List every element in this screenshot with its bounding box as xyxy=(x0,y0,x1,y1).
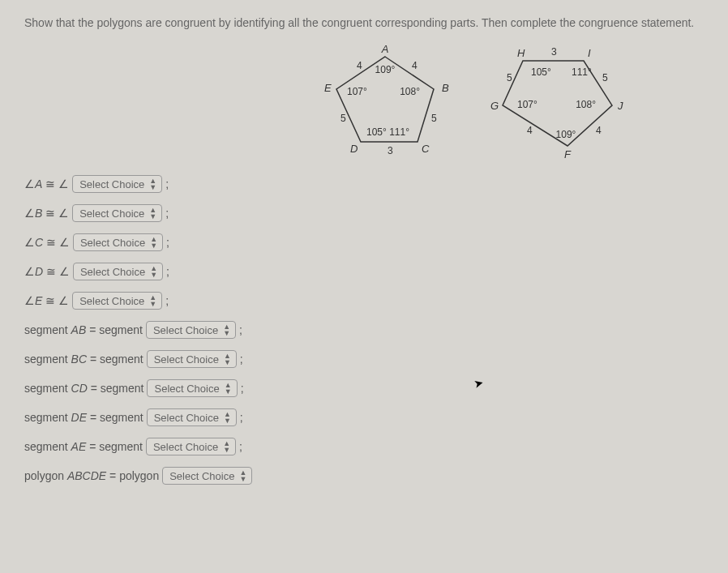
select-angle-c[interactable]: Select Choice ▲▼ xyxy=(73,233,163,251)
select-angle-a[interactable]: Select Choice ▲▼ xyxy=(72,175,162,193)
svg-text:4: 4 xyxy=(596,125,602,136)
svg-text:4: 4 xyxy=(412,60,418,71)
segment-row-de: segment DE = segment Select Choice ▲▼ ; xyxy=(24,408,704,426)
svg-text:111°: 111° xyxy=(389,126,409,138)
segment-row-ab: segment AB = segment Select Choice ▲▼ ; xyxy=(24,321,704,339)
svg-text:E: E xyxy=(324,82,332,94)
select-segment-bc[interactable]: Select Choice ▲▼ xyxy=(147,350,237,368)
stepper-icon: ▲▼ xyxy=(150,236,157,249)
svg-text:3: 3 xyxy=(388,145,393,156)
svg-text:I: I xyxy=(588,47,591,59)
polygon-row: polygon ABCDE = polygon Select Choice ▲▼ xyxy=(24,467,704,485)
svg-text:4: 4 xyxy=(357,60,362,71)
row-suffix: ; xyxy=(165,177,169,190)
select-angle-b[interactable]: Select Choice ▲▼ xyxy=(72,204,162,222)
angle-row-d: ∠D ≅ ∠ Select Choice ▲▼ ; xyxy=(24,263,704,280)
select-segment-ae[interactable]: Select Choice ▲▼ xyxy=(146,438,236,455)
stepper-icon: ▲▼ xyxy=(239,469,246,482)
select-segment-de[interactable]: Select Choice ▲▼ xyxy=(147,408,237,426)
angle-prefix: ∠D ≅ ∠ xyxy=(24,265,70,278)
row-suffix: ; xyxy=(240,411,243,424)
svg-text:107°: 107° xyxy=(347,86,367,97)
segment-row-ae: segment AE = segment Select Choice ▲▼ ; xyxy=(24,438,704,455)
stepper-icon: ▲▼ xyxy=(149,294,156,307)
stepper-icon: ▲▼ xyxy=(149,207,156,220)
svg-text:B: B xyxy=(442,82,449,94)
row-suffix: ; xyxy=(241,382,244,395)
svg-text:F: F xyxy=(564,148,572,160)
stepper-icon: ▲▼ xyxy=(224,353,231,366)
select-angle-e[interactable]: Select Choice ▲▼ xyxy=(72,292,162,310)
svg-text:C: C xyxy=(422,143,430,155)
angle-row-c: ∠C ≅ ∠ Select Choice ▲▼ ; xyxy=(24,233,704,251)
svg-text:105°: 105° xyxy=(531,66,551,78)
questions-list: ∠A ≅ ∠ Select Choice ▲▼ ; ∠B ≅ ∠ Select … xyxy=(24,175,704,485)
angle-row-a: ∠A ≅ ∠ Select Choice ▲▼ ; xyxy=(24,175,704,193)
svg-text:108°: 108° xyxy=(400,86,420,97)
svg-text:5: 5 xyxy=(507,72,512,83)
segment-prefix: segment AE = segment xyxy=(24,440,143,453)
row-suffix: ; xyxy=(240,353,243,366)
angle-prefix: ∠E ≅ ∠ xyxy=(24,294,69,307)
select-segment-ab[interactable]: Select Choice ▲▼ xyxy=(146,321,236,339)
angle-prefix: ∠A ≅ ∠ xyxy=(24,177,69,190)
svg-text:3: 3 xyxy=(551,46,557,58)
pentagon-fghij: H I J F G 105° 111° 108° 109° 107° 3 5 4… xyxy=(478,45,640,166)
angle-prefix: ∠B ≅ ∠ xyxy=(24,207,69,220)
row-suffix: ; xyxy=(165,207,169,220)
pentagon-abcde: A B C D E 109° 108° 111° 105° 107° 4 4 5… xyxy=(308,45,470,166)
svg-text:108°: 108° xyxy=(576,99,596,110)
stepper-icon: ▲▼ xyxy=(223,323,230,336)
svg-text:109°: 109° xyxy=(556,129,576,140)
svg-text:G: G xyxy=(490,100,499,112)
svg-text:105°: 105° xyxy=(366,126,387,138)
svg-text:A: A xyxy=(381,45,389,55)
segment-prefix: segment BC = segment xyxy=(24,353,143,366)
row-suffix: ; xyxy=(166,265,169,278)
stepper-icon: ▲▼ xyxy=(224,411,231,424)
svg-text:5: 5 xyxy=(340,113,346,124)
row-suffix: ; xyxy=(239,323,242,336)
stepper-icon: ▲▼ xyxy=(223,440,230,453)
segment-row-bc: segment BC = segment Select Choice ▲▼ ; xyxy=(24,350,704,368)
polygon-prefix: polygon ABCDE = polygon xyxy=(24,469,159,482)
angle-prefix: ∠C ≅ ∠ xyxy=(24,236,70,249)
svg-text:109°: 109° xyxy=(375,64,396,75)
segment-prefix: segment DE = segment xyxy=(24,411,143,424)
svg-text:H: H xyxy=(517,47,525,59)
svg-text:5: 5 xyxy=(431,113,437,124)
row-suffix: ; xyxy=(166,236,169,249)
stepper-icon: ▲▼ xyxy=(149,177,156,190)
diagram-area: A B C D E 109° 108° 111° 105° 107° 4 4 5… xyxy=(308,45,649,166)
row-suffix: ; xyxy=(165,294,169,307)
angle-row-b: ∠B ≅ ∠ Select Choice ▲▼ ; xyxy=(24,204,704,222)
svg-text:111°: 111° xyxy=(572,66,592,78)
stepper-icon: ▲▼ xyxy=(150,265,157,278)
select-polygon[interactable]: Select Choice ▲▼ xyxy=(162,467,252,485)
select-angle-d[interactable]: Select Choice ▲▼ xyxy=(73,263,163,280)
svg-text:107°: 107° xyxy=(517,99,537,110)
segment-row-cd: segment CD = segment Select Choice ▲▼ ; xyxy=(24,379,704,397)
select-segment-cd[interactable]: Select Choice ▲▼ xyxy=(147,379,237,397)
angle-row-e: ∠E ≅ ∠ Select Choice ▲▼ ; xyxy=(24,292,704,310)
svg-text:J: J xyxy=(617,100,623,112)
row-suffix: ; xyxy=(239,440,242,453)
segment-prefix: segment AB = segment xyxy=(24,323,143,336)
svg-text:D: D xyxy=(350,143,358,155)
svg-text:5: 5 xyxy=(602,72,608,83)
instruction-text: Show that the polygons are congruent by … xyxy=(24,16,704,29)
stepper-icon: ▲▼ xyxy=(225,382,232,395)
svg-text:4: 4 xyxy=(527,125,533,136)
segment-prefix: segment CD = segment xyxy=(24,382,143,395)
